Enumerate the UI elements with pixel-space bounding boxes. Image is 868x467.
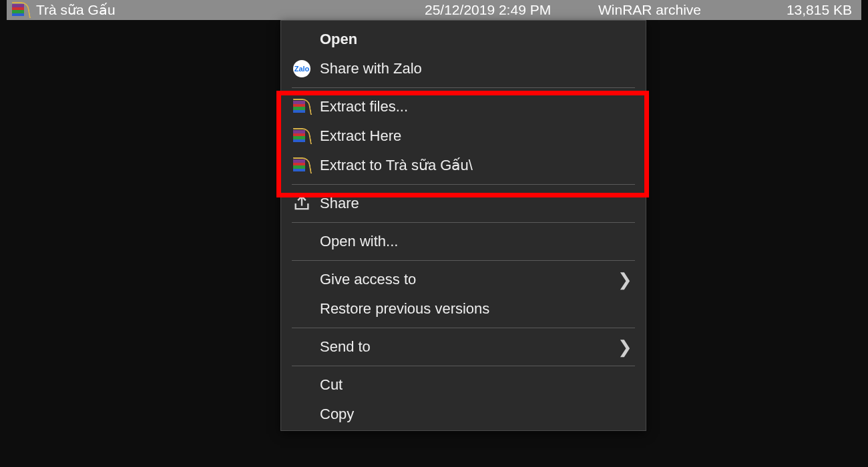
zalo-icon: Zalo [292, 59, 312, 78]
menu-item-copy[interactable]: Copy [282, 400, 644, 429]
menu-label: Open [320, 31, 357, 48]
menu-item-share-zalo[interactable]: Zalo Share with Zalo [282, 54, 644, 83]
menu-separator [292, 87, 635, 88]
file-name: Trà sữa Gấu [36, 2, 116, 18]
chevron-right-icon: ❯ [618, 270, 632, 290]
menu-label: Open with... [320, 233, 398, 250]
menu-label: Send to [320, 338, 371, 356]
menu-label: Copy [320, 406, 354, 423]
menu-label: Extract Here [320, 127, 401, 145]
winrar-archive-icon [292, 97, 312, 116]
menu-item-extract-files[interactable]: Extract files... [282, 92, 644, 121]
context-menu: Open Zalo Share with Zalo Extract files.… [280, 20, 646, 431]
winrar-archive-icon [292, 156, 312, 175]
menu-item-open[interactable]: Open [282, 25, 644, 54]
menu-separator [292, 260, 635, 261]
menu-label: Give access to [320, 271, 416, 288]
menu-label: Share [320, 195, 359, 212]
menu-separator [292, 184, 635, 185]
share-icon [292, 194, 312, 213]
file-date: 25/12/2019 2:49 PM [425, 2, 598, 18]
menu-label: Share with Zalo [320, 60, 422, 77]
winrar-archive-icon [12, 2, 29, 18]
menu-item-share[interactable]: Share [282, 189, 644, 218]
file-size: 13,815 KB [752, 2, 856, 18]
menu-item-open-with[interactable]: Open with... [282, 227, 644, 256]
menu-item-give-access-to[interactable]: Give access to ❯ [282, 265, 644, 294]
chevron-right-icon: ❯ [618, 337, 632, 358]
menu-separator [292, 222, 635, 223]
menu-item-send-to[interactable]: Send to ❯ [282, 332, 644, 362]
winrar-archive-icon [292, 127, 312, 145]
menu-item-extract-to[interactable]: Extract to Trà sữa Gấu\ [282, 151, 644, 180]
menu-item-cut[interactable]: Cut [282, 370, 644, 400]
menu-label: Restore previous versions [320, 300, 489, 318]
menu-separator [292, 328, 635, 328]
menu-item-restore-previous-versions[interactable]: Restore previous versions [282, 294, 644, 324]
file-type: WinRAR archive [598, 2, 752, 18]
menu-label: Extract to Trà sữa Gấu\ [320, 157, 473, 174]
menu-item-extract-here[interactable]: Extract Here [282, 121, 644, 151]
menu-label: Extract files... [320, 98, 408, 115]
menu-separator [292, 366, 635, 366]
menu-label: Cut [320, 376, 343, 394]
file-row-selected[interactable]: Trà sữa Gấu 25/12/2019 2:49 PM WinRAR ar… [7, 0, 861, 20]
